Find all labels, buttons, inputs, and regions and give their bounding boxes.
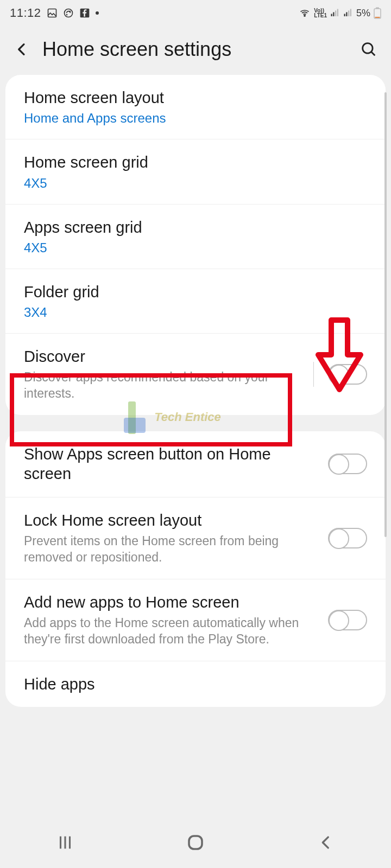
- svg-rect-11: [350, 9, 351, 17]
- scrollbar[interactable]: [384, 92, 387, 537]
- svg-rect-0: [48, 9, 56, 17]
- row-label: Show Apps screen button on Home screen: [24, 444, 317, 484]
- vertical-divider: [313, 362, 314, 387]
- row-label: Home screen layout: [24, 88, 367, 107]
- show-apps-button-toggle[interactable]: [328, 454, 367, 474]
- row-folder-grid[interactable]: Folder grid 3X4: [5, 269, 386, 334]
- row-value: 4X5: [24, 176, 367, 191]
- volte-icon: Vo))LTE1: [314, 8, 327, 18]
- row-discover[interactable]: Discover Discover apps recommended based…: [5, 334, 386, 415]
- facebook-icon: [79, 8, 90, 18]
- status-left: 11:12: [10, 6, 99, 20]
- svg-rect-8: [344, 14, 345, 17]
- battery-pct: 5%: [356, 8, 370, 19]
- row-home-screen-layout[interactable]: Home screen layout Home and Apps screens: [5, 75, 386, 139]
- svg-rect-10: [348, 11, 349, 17]
- svg-rect-7: [337, 9, 338, 17]
- settings-card-2: Show Apps screen button on Home screen L…: [5, 431, 386, 707]
- sync-icon: [63, 8, 74, 18]
- status-time: 11:12: [10, 6, 41, 20]
- svg-rect-6: [335, 11, 336, 17]
- home-button[interactable]: [186, 833, 205, 854]
- row-desc: Discover apps recommended based on your …: [24, 369, 302, 402]
- signal-icon-1: [330, 8, 340, 18]
- battery-icon: [374, 7, 381, 19]
- row-lock-home-layout[interactable]: Lock Home screen layout Prevent items on…: [5, 497, 386, 579]
- svg-point-1: [64, 9, 72, 17]
- svg-rect-14: [375, 17, 380, 18]
- row-label: Apps screen grid: [24, 218, 367, 237]
- row-apps-screen-grid[interactable]: Apps screen grid 4X5: [5, 205, 386, 269]
- settings-card-1: Home screen layout Home and Apps screens…: [5, 75, 386, 415]
- image-icon: [47, 8, 58, 18]
- status-bar: 11:12 Vo))LTE1 5%: [0, 0, 391, 26]
- search-button[interactable]: [360, 40, 378, 59]
- wifi-icon: [299, 8, 311, 18]
- discover-toggle[interactable]: [328, 364, 367, 385]
- app-bar: Home screen settings: [0, 26, 391, 75]
- row-desc: Add apps to the Home screen automaticall…: [24, 615, 317, 648]
- signal-icon-2: [343, 8, 353, 18]
- svg-line-16: [371, 52, 375, 56]
- lock-home-layout-toggle[interactable]: [328, 528, 367, 548]
- svg-rect-13: [376, 8, 379, 9]
- status-more-dot-icon: [96, 11, 99, 15]
- row-label: Hide apps: [24, 674, 367, 694]
- row-value: Home and Apps screens: [24, 111, 367, 126]
- system-back-button[interactable]: [317, 833, 335, 854]
- row-label: Home screen grid: [24, 152, 367, 172]
- svg-rect-5: [333, 12, 334, 17]
- page-title: Home screen settings: [42, 38, 348, 61]
- row-value: 4X5: [24, 240, 367, 256]
- svg-point-3: [304, 15, 305, 16]
- row-value: 3X4: [24, 305, 367, 320]
- status-right: Vo))LTE1 5%: [299, 7, 381, 19]
- svg-point-15: [363, 43, 373, 53]
- svg-rect-20: [189, 836, 202, 849]
- row-home-screen-grid[interactable]: Home screen grid 4X5: [5, 139, 386, 204]
- svg-rect-4: [331, 14, 332, 17]
- row-label: Folder grid: [24, 282, 367, 302]
- row-desc: Prevent items on the Home screen from be…: [24, 533, 317, 566]
- add-new-apps-toggle[interactable]: [328, 610, 367, 630]
- row-add-new-apps[interactable]: Add new apps to Home screen Add apps to …: [5, 579, 386, 661]
- recent-apps-button[interactable]: [56, 833, 74, 854]
- svg-rect-9: [346, 12, 347, 17]
- row-label: Add new apps to Home screen: [24, 592, 317, 612]
- system-nav-bar: [0, 819, 391, 868]
- back-button[interactable]: [13, 41, 30, 58]
- row-label: Discover: [24, 347, 302, 366]
- row-label: Lock Home screen layout: [24, 510, 317, 530]
- row-hide-apps[interactable]: Hide apps: [5, 661, 386, 707]
- row-show-apps-button[interactable]: Show Apps screen button on Home screen: [5, 431, 386, 497]
